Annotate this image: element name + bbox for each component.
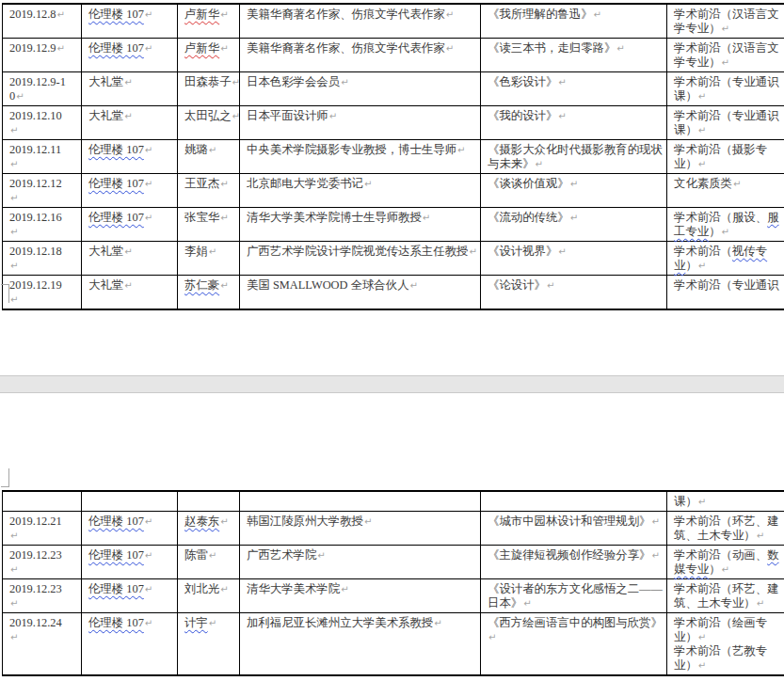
cell-desc[interactable]: 美国 SMALLWOOD 全球合伙人↵ <box>240 276 481 310</box>
cell-title[interactable]: 《色彩设计》↵ <box>481 72 667 106</box>
cell-venue[interactable]: 伦理楼 107↵ <box>82 613 178 676</box>
cell-desc[interactable]: 加利福尼亚长滩州立大学美术系教授↵ <box>240 613 481 676</box>
cell-date[interactable]: 2019.12.23↵ <box>3 579 82 613</box>
cell-title[interactable]: 《论设计》↵ <box>481 276 667 310</box>
cell-category[interactable]: 学术前沿（服设、服工专业）↵ <box>667 208 784 242</box>
cell-text: 大礼堂 <box>88 245 123 258</box>
cell-title[interactable]: 《流动的传统》↵ <box>481 208 667 242</box>
cell-venue[interactable]: 大礼堂↵ <box>82 72 178 106</box>
cell-venue[interactable]: 伦理楼 107↵ <box>82 579 178 613</box>
cell-desc[interactable]: 中央美术学院摄影专业教授，博士生导师↵ <box>240 140 481 174</box>
cell-speaker[interactable]: 陈雷↵ <box>178 546 240 579</box>
cell-date[interactable]: 2019.12.9-10↵ <box>3 72 82 106</box>
cell-speaker[interactable]: 刘北光↵ <box>178 579 240 613</box>
cell-text: 张宝华 <box>184 211 219 224</box>
misspelled-text: 伦理楼 107 <box>88 8 144 21</box>
cell-speaker[interactable]: 姚璐↵ <box>178 140 240 174</box>
cell-category[interactable]: 学术前沿（专业通识课）↵ <box>667 72 784 106</box>
cell-date[interactable]: 2019.12.9↵ <box>3 39 82 72</box>
cell-venue[interactable]: 伦理楼 107↵ <box>82 512 178 546</box>
cell-desc[interactable]: 美籍华裔著名作家、伤痕文学代表作家↵ <box>240 4 481 39</box>
cell-speaker[interactable]: 李娟↵ <box>178 242 240 276</box>
cell-venue[interactable]: 大礼堂↵ <box>82 106 178 140</box>
cell-speaker[interactable]: 张宝华↵ <box>178 208 240 242</box>
cell-desc[interactable]: 韩国江陵原州大学教授↵ <box>240 512 481 546</box>
cell-venue[interactable]: 大礼堂↵ <box>82 276 178 310</box>
cell-venue[interactable]: 伦理楼 107↵ <box>82 546 178 579</box>
misspelled-text: 伦理楼 107 <box>88 582 144 595</box>
cell-speaker[interactable] <box>178 491 240 512</box>
cell-title[interactable]: 《城市中园林设计和管理规划》↵ <box>481 512 667 546</box>
cell-end-mark: ↵ <box>594 9 601 20</box>
cell-end-mark: ↵ <box>57 9 65 20</box>
cell-desc[interactable]: 清华大学美术学院博士生导师教授↵ <box>240 208 481 242</box>
cell-venue[interactable]: 伦理楼 107↵ <box>82 4 178 39</box>
table-row: 2019.12.11↵伦理楼 107↵姚璐↵中央美术学院摄影专业教授，博士生导师… <box>3 140 784 174</box>
cell-speaker[interactable]: 计宇↵ <box>178 613 240 676</box>
cell-date[interactable]: 2019.12.21↵ <box>3 512 82 546</box>
cell-category[interactable]: 学术前沿（专业通识课）↵ <box>667 106 784 140</box>
cell-venue[interactable]: 大礼堂↵ <box>82 242 178 276</box>
cell-date[interactable]: 2019.12.12↵ <box>3 174 82 208</box>
cell-category[interactable]: 文化素质类↵ <box>667 174 784 208</box>
cell-speaker[interactable]: 卢新华↵ <box>178 39 240 72</box>
cell-title[interactable]: 《谈谈价值观》↵ <box>481 174 667 208</box>
lecture-table-page2: 课）↵2019.12.21↵伦理楼 107↵赵泰东↵韩国江陵原州大学教授↵《城市… <box>2 490 784 676</box>
cell-speaker[interactable]: 太田弘之↵ <box>178 106 240 140</box>
cell-text: 《色彩设计》 <box>488 75 557 88</box>
cell-speaker[interactable]: 卢新华↵ <box>178 4 240 39</box>
cell-desc[interactable]: 广西艺术学院↵ <box>240 546 481 579</box>
cell-category[interactable]: 学术前沿（专业通识 <box>667 276 784 310</box>
cell-category[interactable]: 学术前沿（摄影专业）↵ <box>667 140 784 174</box>
cell-desc[interactable]: 广西艺术学院设计学院视觉传达系主任教授↵ <box>240 242 481 276</box>
cell-date[interactable]: 2019.12.16↵ <box>3 208 82 242</box>
cell-date[interactable]: 2019.12.19↵ <box>3 276 82 310</box>
cell-desc[interactable] <box>240 491 481 512</box>
cell-desc[interactable]: 清华大学美术学院↵ <box>240 579 481 613</box>
table-row: 课）↵ <box>3 491 784 512</box>
cell-desc[interactable]: 北京邮电大学党委书记↵ <box>240 174 481 208</box>
cell-date[interactable] <box>3 491 82 512</box>
cell-date[interactable]: 2019.12.10↵ <box>3 106 82 140</box>
cell-category[interactable]: 课）↵ <box>667 491 784 512</box>
cell-desc[interactable]: 日本平面设计师↵ <box>240 106 481 140</box>
cell-title[interactable]: 《读三本书，走归零路》↵ <box>481 39 667 72</box>
cell-venue[interactable]: 伦理楼 107↵ <box>82 208 178 242</box>
cell-venue[interactable]: 伦理楼 107↵ <box>82 174 178 208</box>
cell-venue[interactable]: 伦理楼 107↵ <box>82 39 178 72</box>
cell-category[interactable]: 学术前沿（视传专业）↵ <box>667 242 784 276</box>
cell-speaker[interactable]: 赵泰东↵ <box>178 512 240 546</box>
cell-date[interactable]: 2019.12.8↵ <box>3 4 82 39</box>
cell-title[interactable]: 《摄影大众化时代摄影教育的现状与未来》↵ <box>481 140 667 174</box>
cell-category[interactable]: 学术前沿（环艺、建筑、土木专业）↵ <box>667 579 784 613</box>
cell-venue[interactable]: 伦理楼 107↵ <box>82 140 178 174</box>
cell-title[interactable]: 《西方绘画语言中的构图与欣赏》↵ <box>481 613 667 676</box>
cell-end-mark: ↵ <box>220 43 228 54</box>
cell-end-mark: ↵ <box>124 111 132 121</box>
cell-title[interactable]: 《我所理解的鲁迅》↵ <box>481 4 667 39</box>
cell-category[interactable]: 学术前沿（汉语言文学专业）↵ <box>667 4 784 39</box>
cell-category[interactable]: 学术前沿（环艺、建筑、土木专业）↵ <box>667 512 784 546</box>
cell-title[interactable]: 《主旋律短视频创作经验分享》↵ <box>481 546 667 579</box>
cell-venue[interactable] <box>82 491 178 512</box>
cell-category[interactable]: 学术前沿（绘画专业）↵学术前沿（艺教专业）↵ <box>667 613 784 676</box>
cell-text: 2019.12.19 <box>9 278 62 292</box>
cell-speaker[interactable]: 王亚杰↵ <box>178 174 240 208</box>
cell-title[interactable] <box>481 491 667 512</box>
cell-speaker[interactable]: 田森恭子↵ <box>178 72 240 106</box>
cell-title[interactable]: 《设计者的东方文化感悟之二——日本》↵ <box>481 579 667 613</box>
cell-title[interactable]: 《设计视界》↵ <box>481 242 667 276</box>
cell-end-mark: ↵ <box>10 632 18 642</box>
cell-title[interactable]: 《我的设计》↵ <box>481 106 667 140</box>
cell-date[interactable]: 2019.12.11↵ <box>3 140 82 174</box>
cell-end-mark: ↵ <box>457 145 465 155</box>
cell-date[interactable]: 2019.12.24↵ <box>3 613 82 676</box>
cell-date[interactable]: 2019.12.23↵ <box>3 546 82 579</box>
cell-date[interactable]: 2019.12.18↵ <box>3 242 82 276</box>
cell-desc[interactable]: 美籍华裔著名作家、伤痕文学代表作家↵ <box>240 39 481 72</box>
cell-speaker[interactable]: 苏仁豪↵ <box>178 276 240 310</box>
cell-end-mark: ↵ <box>570 213 578 223</box>
cell-category[interactable]: 学术前沿（汉语言文学专业）↵ <box>667 39 784 72</box>
cell-category[interactable]: 学术前沿（动画、数媒专业）↵ <box>667 546 784 579</box>
cell-desc[interactable]: 日本色彩学会会员↵ <box>240 72 481 106</box>
